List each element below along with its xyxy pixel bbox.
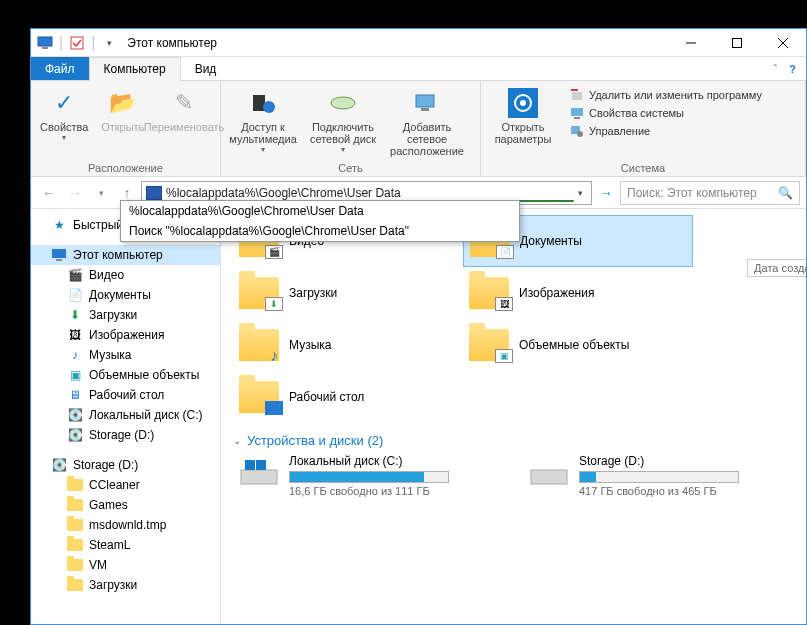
search-placeholder: Поиск: Этот компьютер (627, 186, 757, 200)
folder-desktop[interactable]: Рабочий стол (233, 371, 463, 423)
folder-pictures[interactable]: 🖼Изображения (463, 267, 693, 319)
explorer-window: | | ▾ Этот компьютер Файл Компьютер Вид … (30, 28, 807, 625)
sidebar-folder-games[interactable]: Games (31, 495, 220, 515)
suggestion-path[interactable]: %localappdata%\Google\Chrome\User Data (121, 201, 519, 221)
system-properties-button[interactable]: Свойства системы (569, 105, 762, 121)
qat-checkbox-icon[interactable] (67, 33, 87, 53)
media-access-button[interactable]: Доступ к мультимедиа▾ (227, 83, 299, 154)
ribbon: ✓Свойства▾ 📂Открыть ✎Переименовать Распо… (31, 81, 806, 177)
titlebar: | | ▾ Этот компьютер (31, 29, 806, 57)
folder-downloads[interactable]: ⬇Загрузки (233, 267, 463, 319)
add-network-button[interactable]: Добавить сетевое расположение (387, 83, 467, 157)
recent-dropdown-icon[interactable]: ▾ (89, 181, 113, 205)
window-title: Этот компьютер (121, 36, 217, 50)
go-button[interactable]: → (594, 181, 618, 205)
drive-free-text: 417 ГБ свободно из 465 ГБ (579, 483, 789, 497)
svg-rect-22 (56, 259, 62, 261)
content-pane[interactable]: 🎬Видео ⬇Загрузки ♪Музыка Рабочий стол 📄Д… (221, 209, 806, 624)
svg-point-9 (331, 97, 355, 109)
search-input[interactable]: Поиск: Этот компьютер 🔍 (620, 181, 800, 205)
drive-progress (289, 471, 449, 483)
ribbon-tabs: Файл Компьютер Вид ˆ ? (31, 57, 806, 81)
group-system-label: Система (487, 160, 799, 176)
folder-music[interactable]: ♪Музыка (233, 319, 463, 371)
folder-3d-objects[interactable]: ▣Объемные объекты (463, 319, 693, 371)
ribbon-collapse-icon[interactable]: ˆ (774, 63, 778, 75)
sidebar-this-pc[interactable]: Этот компьютер (31, 245, 220, 265)
section-devices[interactable]: ⌄Устройства и диски (2) (233, 423, 794, 454)
properties-button[interactable]: ✓Свойства▾ (37, 83, 92, 142)
separator: | (57, 34, 65, 52)
sidebar-3d-objects[interactable]: ▣Объемные объекты (31, 365, 220, 385)
svg-rect-21 (52, 249, 66, 258)
sidebar-folder-vm[interactable]: VM (31, 555, 220, 575)
separator: | (89, 34, 97, 52)
help-icon[interactable]: ? (789, 63, 796, 75)
sidebar-folder-steaml[interactable]: SteamL (31, 535, 220, 555)
svg-rect-23 (241, 470, 277, 484)
drive-name: Storage (D:) (579, 454, 789, 471)
svg-rect-10 (416, 95, 434, 107)
sidebar-music[interactable]: ♪Музыка (31, 345, 220, 365)
drive-storage-d[interactable]: Storage (D:) 417 ГБ свободно из 465 ГБ (529, 454, 789, 497)
sidebar-pictures[interactable]: 🖼Изображения (31, 325, 220, 345)
drive-progress (579, 471, 739, 483)
open-settings-button[interactable]: Открыть параметры (487, 83, 559, 145)
address-pc-icon (146, 186, 162, 200)
chevron-down-icon: ⌄ (233, 435, 241, 446)
suggestion-search[interactable]: Поиск "%localappdata%\Google\Chrome\User… (121, 221, 519, 241)
drive-icon (239, 454, 279, 490)
svg-point-20 (577, 131, 583, 137)
sidebar-folder-msdownld[interactable]: msdownld.tmp (31, 515, 220, 535)
svg-rect-24 (245, 460, 255, 470)
sidebar-desktop[interactable]: 🖥Рабочий стол (31, 385, 220, 405)
map-drive-button[interactable]: Подключить сетевой диск▾ (303, 83, 383, 154)
svg-rect-26 (531, 470, 567, 484)
sidebar-folder-downloads[interactable]: Загрузки (31, 575, 220, 595)
minimize-button[interactable] (668, 29, 714, 57)
svg-rect-7 (253, 95, 265, 111)
svg-rect-4 (733, 38, 742, 47)
tab-view[interactable]: Вид (181, 57, 231, 80)
svg-rect-18 (574, 117, 580, 119)
sidebar-downloads[interactable]: ⬇Загрузки (31, 305, 220, 325)
close-button[interactable] (760, 29, 806, 57)
drive-name: Локальный диск (C:) (289, 454, 499, 471)
drive-free-text: 16,6 ГБ свободно из 111 ГБ (289, 483, 499, 497)
svg-rect-17 (571, 108, 583, 116)
group-location-label: Расположение (37, 160, 214, 176)
drive-local-c[interactable]: Локальный диск (C:) 16,6 ГБ свободно из … (239, 454, 499, 497)
sidebar-videos[interactable]: 🎬Видео (31, 265, 220, 285)
svg-rect-2 (71, 37, 83, 49)
group-network-label: Сеть (227, 160, 474, 176)
svg-rect-25 (256, 460, 266, 470)
address-suggestions[interactable]: %localappdata%\Google\Chrome\User Data П… (120, 200, 520, 242)
drive-icon (529, 454, 569, 490)
explorer-body: ★Быстрый доступ Этот компьютер 🎬Видео 📄Д… (31, 209, 806, 624)
tab-file[interactable]: Файл (31, 57, 89, 80)
sidebar-storage-d[interactable]: 💽Storage (D:) (31, 425, 220, 445)
maximize-button[interactable] (714, 29, 760, 57)
date-tooltip: Дата создания: 06.12.2018 5 (747, 259, 806, 277)
svg-point-8 (263, 101, 275, 113)
sidebar-folder-ccleaner[interactable]: CCleaner (31, 475, 220, 495)
uninstall-program-button[interactable]: Удалить или изменить программу (569, 87, 762, 103)
sidebar-storage-d-root[interactable]: 💽Storage (D:) (31, 455, 220, 475)
address-dropdown-icon[interactable]: ▾ (574, 188, 587, 198)
svg-rect-11 (421, 108, 429, 111)
open-button[interactable]: 📂Открыть (96, 83, 151, 133)
address-text[interactable]: %localappdata%\Google\Chrome\User Data (166, 186, 574, 200)
manage-button[interactable]: Управление (569, 123, 762, 139)
svg-point-14 (520, 100, 526, 106)
rename-button[interactable]: ✎Переименовать (154, 83, 214, 133)
svg-rect-16 (571, 89, 578, 91)
back-button[interactable]: ← (37, 181, 61, 205)
sidebar-documents[interactable]: 📄Документы (31, 285, 220, 305)
tab-computer[interactable]: Компьютер (89, 57, 181, 81)
sidebar-local-disk-c[interactable]: 💽Локальный диск (C:) (31, 405, 220, 425)
search-icon: 🔍 (778, 186, 793, 200)
svg-rect-15 (572, 92, 582, 100)
qat-dropdown-icon[interactable]: ▾ (99, 33, 119, 53)
navigation-pane[interactable]: ★Быстрый доступ Этот компьютер 🎬Видео 📄Д… (31, 209, 221, 624)
forward-button[interactable]: → (63, 181, 87, 205)
